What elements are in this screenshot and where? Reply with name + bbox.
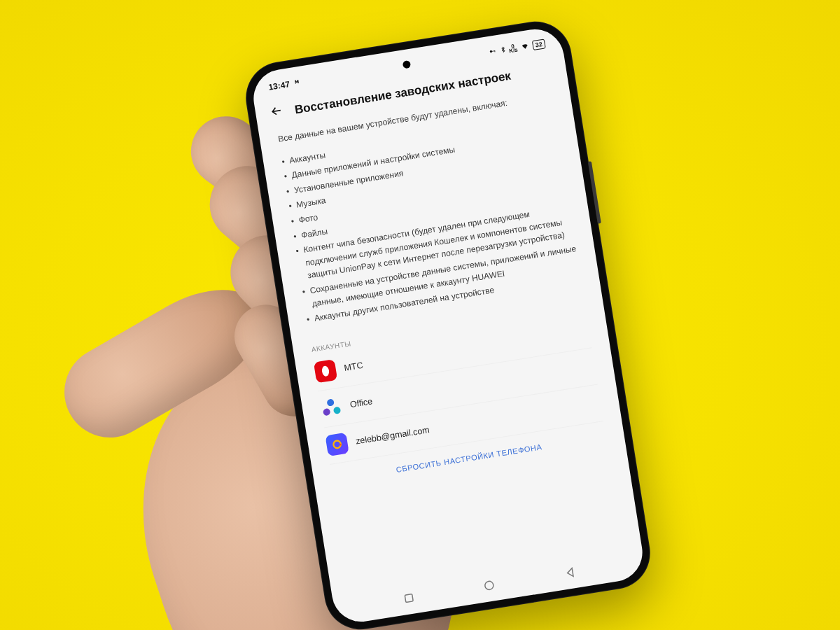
status-time: 13:47 bbox=[268, 79, 291, 92]
account-label: zelebb@gmail.com bbox=[355, 424, 430, 449]
svg-point-3 bbox=[321, 365, 330, 377]
content-area[interactable]: Все данные на вашем устройстве будут уда… bbox=[259, 87, 626, 496]
net-speed-icon: 0K/s bbox=[508, 43, 518, 54]
screen: 13:47 ᴹ 0K/s 32 bbox=[249, 25, 646, 626]
nav-home-button[interactable] bbox=[482, 578, 497, 596]
bluetooth-icon bbox=[499, 45, 507, 55]
battery-icon: 32 bbox=[532, 38, 546, 50]
vpn-key-icon bbox=[486, 47, 498, 57]
mts-icon bbox=[314, 359, 337, 383]
back-button[interactable] bbox=[269, 103, 286, 122]
phone: 13:47 ᴹ 0K/s 32 bbox=[241, 16, 655, 630]
battery-level: 32 bbox=[533, 41, 544, 49]
wifi-icon bbox=[519, 41, 531, 52]
photo-scene: 13:47 ᴹ 0K/s 32 bbox=[0, 0, 840, 630]
account-label: Office bbox=[349, 395, 374, 412]
nav-recents-button[interactable] bbox=[401, 591, 416, 608]
nav-back-button[interactable] bbox=[563, 566, 578, 583]
svg-point-5 bbox=[323, 408, 330, 416]
svg-point-6 bbox=[333, 407, 341, 414]
gmail-notification-icon: ᴹ bbox=[294, 79, 300, 88]
mail-icon bbox=[325, 433, 349, 456]
svg-point-9 bbox=[484, 581, 494, 591]
office-icon bbox=[319, 396, 343, 420]
svg-point-4 bbox=[326, 399, 334, 407]
account-label: МТС bbox=[343, 358, 364, 374]
svg-rect-8 bbox=[405, 594, 413, 603]
svg-rect-2 bbox=[494, 50, 495, 52]
